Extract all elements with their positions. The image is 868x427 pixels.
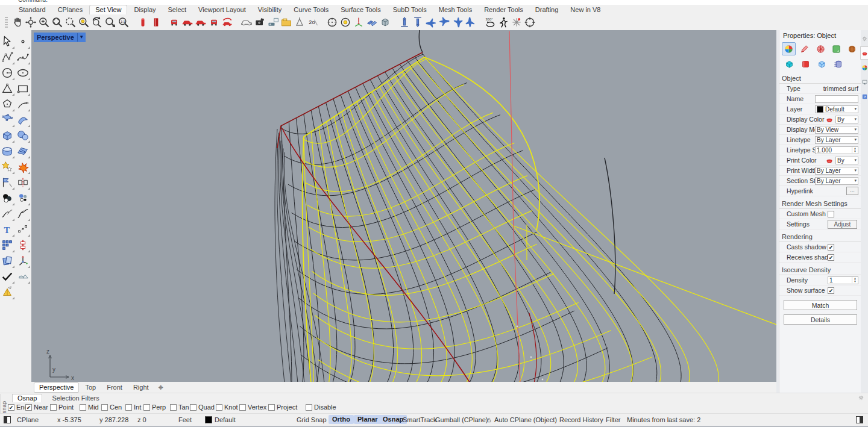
mesh-ball-icon[interactable] [813,42,827,55]
osnap-option-mid[interactable]: Mid [80,404,99,411]
osnap-option-vertex[interactable]: Vertex [239,404,266,411]
selection-arrow-icon[interactable] [1,35,14,49]
receives-shadow-checkbox[interactable]: ✔ [828,254,834,261]
sphere-icon[interactable] [16,129,30,143]
curved-surface-icon[interactable] [16,113,30,127]
viewport-tab-right[interactable]: Right [128,383,154,392]
monitor-tab-icon[interactable] [861,76,868,88]
waypoint-icon[interactable] [510,16,523,29]
toggle-smarttrack[interactable]: SmartTrack [403,416,436,423]
toggle-record-history[interactable]: Record History [559,416,603,423]
name-input[interactable] [815,95,858,103]
boolean-star-icon[interactable] [1,160,14,174]
rectangle-icon[interactable] [16,82,30,96]
new-viewport-icon[interactable]: ✥ [159,384,163,391]
tab-osnap[interactable]: Osnap [12,394,42,402]
layer-dropdown[interactable]: Default▾ [815,105,858,113]
gear-icon[interactable] [861,33,868,45]
move-tool-icon[interactable] [16,254,30,268]
zoom-selected-icon[interactable] [77,16,90,29]
menu-tab-viewport-layout[interactable]: Viewport Layout [193,5,251,14]
plan-view-top-icon[interactable] [424,16,438,29]
viewport-canvas[interactable]: zyx Perspective ▼ [31,30,776,382]
status-cplane[interactable]: CPlane [17,416,39,423]
zoom-dynamic-icon[interactable] [64,16,77,29]
car-spin-view-icon[interactable] [221,16,234,29]
display-mode-dropdown[interactable]: By View▾ [815,126,858,134]
checkbox-near[interactable]: ✔ [25,404,32,411]
menu-tab-new-in-v8[interactable]: New in V8 [565,5,606,14]
ellipse-icon[interactable] [16,66,30,80]
osnap-option-project[interactable]: Project [268,404,297,411]
zoom-extents-icon[interactable]: 1:1 [117,16,130,29]
menu-tab-set-view[interactable]: Set View [89,5,127,14]
toggle-auto-cplane[interactable]: Auto CPlane (Object) [486,416,557,423]
checkbox-perp[interactable] [143,404,150,411]
text-icon[interactable]: T [1,223,14,237]
menu-tab-mesh-tools[interactable]: Mesh Tools [433,5,477,14]
checkbox-knot[interactable] [216,404,222,411]
adjust-button[interactable]: Adjust [828,220,857,229]
car-side-view-icon[interactable] [181,16,194,29]
show-surface-checkbox[interactable]: ✔ [828,287,834,294]
car-outline-icon[interactable] [240,16,253,29]
primitives-icon[interactable] [16,270,30,284]
osnap-option-int[interactable]: Int [125,404,141,411]
plumb-camera-icon[interactable] [352,16,365,29]
toggle-ortho[interactable]: Ortho [329,415,354,424]
crayon-icon[interactable] [797,42,811,55]
osnap-option-disable[interactable]: Disable [306,404,336,411]
custom-mesh-checkbox[interactable] [828,211,834,217]
zoom-in-icon[interactable] [37,16,51,29]
color-wheel-icon[interactable] [782,42,796,55]
properties-tab-icon[interactable] [861,47,868,59]
viewport-tab-top[interactable]: Top [80,383,101,392]
menu-tab-visibility[interactable]: Visibility [253,5,288,14]
move-view-icon[interactable] [24,16,37,29]
print-width-dropdown[interactable]: By Layer▾ [815,167,858,175]
plan-view-bottom-icon[interactable] [438,16,451,29]
print-color-dropdown[interactable]: By▾ [835,157,858,164]
tab-selection-filters[interactable]: Selection Filters [47,394,104,402]
target-view-icon[interactable] [523,16,536,29]
checkbox-quad[interactable] [190,404,197,411]
named-view-icon[interactable] [136,16,149,29]
checkbox-cen[interactable] [101,404,108,411]
panel-toggle-icon[interactable] [856,416,863,423]
circle-icon[interactable] [1,66,14,80]
casts-shadow-checkbox[interactable]: ✔ [828,244,834,251]
compass-icon[interactable] [326,16,339,29]
status-layer[interactable]: Default [205,416,236,423]
dimension-icon[interactable] [16,238,30,252]
copy-icon[interactable] [1,254,14,268]
named-views-folder-icon[interactable] [280,16,293,29]
glass-box-icon[interactable] [814,57,829,70]
viewport-title-dropdown[interactable]: Perspective ▼ [34,33,86,42]
turntable-360-icon[interactable]: 360° [483,16,497,29]
zoom-window-icon[interactable] [51,16,64,29]
check-icon[interactable] [1,270,14,284]
split-icon[interactable] [16,176,30,190]
spinner-arrows-icon[interactable]: ▲▼ [852,147,857,153]
density-spinner[interactable]: 1 ▲▼ [828,276,858,284]
pan-hand-icon[interactable] [11,16,24,29]
trim-icon[interactable] [1,176,14,190]
checkbox-project[interactable] [268,404,275,411]
fillet-icon[interactable] [1,192,14,205]
rotate-view-icon[interactable] [90,16,104,29]
wrap-view-icon[interactable] [365,16,379,29]
status-units[interactable]: Feet [178,416,192,423]
osnap-option-cen[interactable]: Cen [101,404,122,411]
control-point-curve-icon[interactable] [1,51,14,64]
clipping-box-icon[interactable] [379,16,392,29]
gear-icon[interactable] [858,394,864,401]
toggle-planar[interactable]: Planar [354,415,382,424]
point-icon[interactable] [16,35,30,49]
osnap-option-tan[interactable]: Tan [170,404,189,411]
osnap-option-near[interactable]: ✔Near [25,404,48,411]
point-edit-icon[interactable] [16,223,30,237]
linetype-dropdown[interactable]: By Layer▾ [815,136,858,144]
cone-view-icon[interactable] [293,16,306,29]
blend-points-icon[interactable] [16,192,30,205]
toggle-filter[interactable]: Filter [606,416,620,423]
